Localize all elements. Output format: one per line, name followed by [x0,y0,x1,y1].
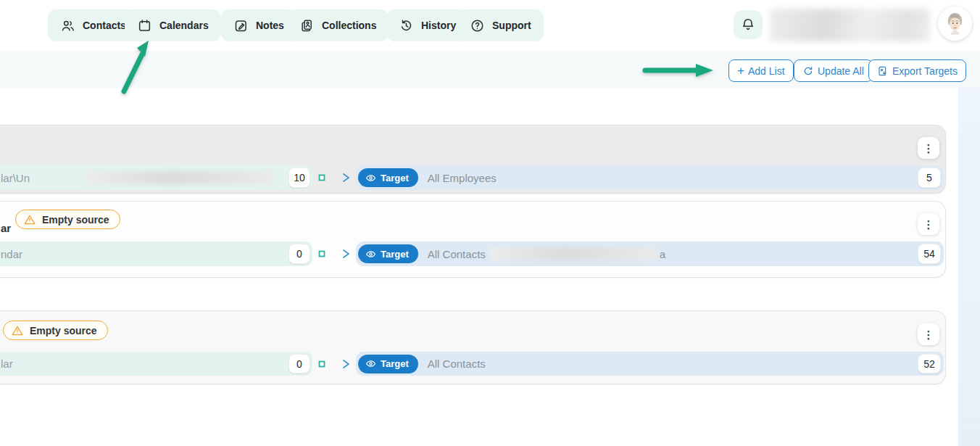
update-all-label: Update All [818,65,864,77]
eye-icon [365,173,376,183]
nav-contacts-label: Contacts [83,20,126,31]
nav-support[interactable]: Support [457,9,544,41]
mapping-row: lar\Un 10 Target All Employees 5 [0,165,945,190]
source-name: ndar [1,248,22,260]
nav-support-label: Support [492,20,531,31]
nav-history[interactable]: History [386,9,468,41]
card-1-menu-button[interactable]: ⋮ [918,137,939,159]
eye-icon [365,249,376,260]
source-cell: lar\Un 10 [0,165,312,190]
export-targets-button[interactable]: Export Targets [868,59,966,82]
app-screen: Contacts Calendars Notes [0,0,980,446]
target-badge: Target [358,355,418,373]
target-name: All Employees [428,172,497,184]
target-name-blurred [489,247,657,260]
update-all-button[interactable]: Update All [794,59,873,82]
kebab-icon: ⋮ [923,329,934,340]
nav-history-label: History [421,20,456,31]
annotation-arrow-calendars [115,36,157,96]
source-name: lar [1,358,13,370]
nav-notes[interactable]: Notes [221,9,296,41]
notes-icon [233,18,249,33]
add-list-button[interactable]: + Add List [728,59,794,82]
page-background-strip [958,88,980,446]
target-badge-label: Target [381,249,409,260]
export-file-icon [877,65,889,77]
plus-icon: + [737,65,744,77]
add-list-label: Add List [748,65,785,77]
source-name: lar\Un [1,172,30,184]
collections-icon [299,18,315,33]
sync-direction-arrow-icon [318,172,350,183]
kebab-icon: ⋮ [923,143,934,154]
list-title-fragment: ar [1,222,11,234]
contacts-icon [60,18,75,33]
nav-collections[interactable]: Collections [287,9,389,41]
sync-list-card-2: Empty source ar ⋮ ndar 0 [0,201,946,278]
account-info-blurred [770,9,930,41]
empty-source-label: Empty source [30,325,97,336]
mapping-row: ndar 0 Target All Contacts a [0,241,945,266]
calendar-icon [137,18,152,33]
nav-collections-label: Collections [322,20,376,31]
target-badge: Target [358,244,418,263]
warning-triangle-icon [11,324,24,337]
empty-source-badge: Empty source [3,321,108,340]
target-count-badge: 5 [918,168,941,188]
target-count-badge: 54 [918,244,941,264]
empty-source-badge: Empty source [15,210,120,229]
target-name: All Contacts [428,248,486,260]
warning-triangle-icon [23,213,36,226]
card-2-menu-button[interactable]: ⋮ [918,213,939,235]
nav-calendars-label: Calendars [159,20,209,31]
target-cell: Target All Contacts 52 [356,352,944,376]
support-icon [470,18,485,33]
source-count-badge: 0 [288,354,310,373]
target-count-badge: 52 [918,354,941,373]
eye-icon [365,358,376,369]
target-cell: Target All Employees 5 [356,165,944,190]
sync-list-card-3: Empty source ⋮ lar 0 Targ [0,310,946,384]
annotation-arrow-add-list [642,63,716,78]
refresh-icon [802,65,814,77]
empty-source-label: Empty source [42,214,109,226]
card-3-menu-button[interactable]: ⋮ [918,323,939,345]
source-name-blurred [86,171,273,184]
history-icon [399,18,414,33]
target-badge: Target [358,168,418,187]
avatar-face-icon [938,7,972,41]
mapping-row: lar 0 Target All Contacts 52 [0,352,945,376]
export-targets-label: Export Targets [892,65,958,77]
source-cell: lar 0 [0,352,312,376]
target-name: All Contacts [428,358,486,370]
target-badge-label: Target [381,173,409,183]
sync-direction-arrow-icon [318,358,350,370]
target-name-suffix: a [660,248,665,260]
kebab-icon: ⋮ [923,219,934,230]
user-avatar[interactable] [938,7,972,41]
sync-direction-arrow-icon [318,248,350,260]
notifications-button[interactable] [734,10,763,39]
bell-icon [740,17,756,33]
sync-list-card-1: ⋮ lar\Un 10 Target [0,125,946,194]
target-cell: Target All Contacts a 54 [356,241,944,266]
nav-notes-label: Notes [256,20,284,31]
source-cell: ndar 0 [0,241,312,266]
target-badge-label: Target [381,358,409,369]
source-count-badge: 0 [288,244,310,264]
source-count-badge: 10 [288,168,310,188]
